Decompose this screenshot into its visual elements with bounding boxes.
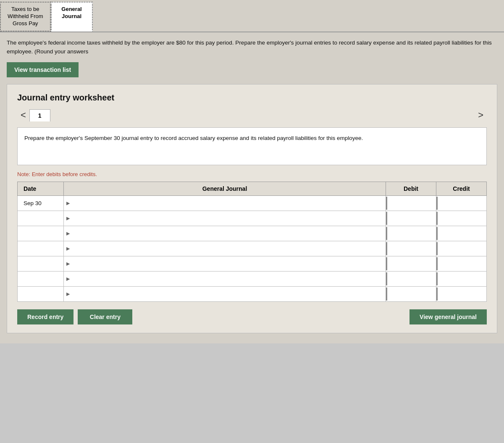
journal-cell-2[interactable]: ▶ (64, 226, 386, 241)
journal-input-1[interactable] (72, 211, 386, 226)
next-tab-button[interactable]: > (475, 111, 487, 120)
credit-input-0[interactable] (436, 196, 486, 211)
credit-cell-2[interactable] (436, 226, 487, 241)
row-arrow-4: ▶ (64, 261, 72, 266)
tab-taxes[interactable]: Taxes to be Withheld From Gross Pay (0, 2, 51, 32)
worksheet-panel: Journal entry worksheet < 1 > Prepare th… (7, 84, 497, 333)
debit-cell-1[interactable] (386, 211, 436, 226)
row-arrow-3: ▶ (64, 246, 72, 251)
worksheet-tab-nav: < 1 > (17, 109, 487, 121)
col-header-date: Date (18, 182, 64, 195)
row-arrow-1: ▶ (64, 216, 72, 221)
table-row: ▶ (18, 271, 487, 286)
credit-input-1[interactable] (436, 211, 486, 226)
table-row: ▶ (18, 256, 487, 271)
debit-cell-0[interactable] (386, 195, 436, 211)
date-cell-5 (18, 271, 64, 286)
journal-input-3[interactable] (72, 241, 386, 256)
tab-general-journal[interactable]: General Journal (51, 2, 93, 32)
row-arrow-2: ▶ (64, 231, 72, 236)
view-general-journal-button[interactable]: View general journal (410, 309, 487, 324)
debit-input-2[interactable] (386, 226, 436, 241)
credit-cell-4[interactable] (436, 256, 487, 271)
debit-cell-4[interactable] (386, 256, 436, 271)
credit-cell-1[interactable] (436, 211, 487, 226)
credit-cell-3[interactable] (436, 241, 487, 256)
journal-input-2[interactable] (72, 226, 386, 241)
journal-input-0[interactable] (72, 196, 386, 211)
date-cell-2 (18, 226, 64, 241)
debit-input-4[interactable] (386, 256, 436, 271)
date-cell-6 (18, 286, 64, 301)
date-cell-1 (18, 211, 64, 226)
row-arrow-5: ▶ (64, 276, 72, 282)
credit-input-2[interactable] (436, 226, 486, 241)
journal-table: Date General Journal Debit Credit Sep 30… (17, 182, 487, 302)
row-arrow-6: ▶ (64, 291, 72, 297)
top-tabs-bar: Taxes to be Withheld From Gross Pay Gene… (0, 0, 504, 32)
debit-input-3[interactable] (386, 241, 436, 256)
journal-cell-0[interactable]: ▶ (64, 195, 386, 211)
table-row: Sep 30▶ (18, 195, 487, 211)
debit-cell-3[interactable] (386, 241, 436, 256)
credit-cell-5[interactable] (436, 271, 487, 286)
record-entry-button[interactable]: Record entry (17, 309, 74, 324)
table-row: ▶ (18, 226, 487, 241)
debit-input-5[interactable] (386, 272, 436, 286)
table-header-row: Date General Journal Debit Credit (18, 182, 487, 195)
table-row: ▶ (18, 286, 487, 301)
journal-cell-3[interactable]: ▶ (64, 241, 386, 256)
worksheet-title: Journal entry worksheet (17, 93, 487, 103)
credit-input-6[interactable] (436, 287, 486, 301)
date-cell-3 (18, 241, 64, 256)
journal-cell-5[interactable]: ▶ (64, 271, 386, 286)
credit-cell-0[interactable] (436, 195, 487, 211)
debit-cell-5[interactable] (386, 271, 436, 286)
debit-cell-2[interactable] (386, 226, 436, 241)
date-cell-4 (18, 256, 64, 271)
journal-input-4[interactable] (72, 256, 386, 271)
note-text: Note: Enter debits before credits. (17, 171, 487, 177)
table-row: ▶ (18, 211, 487, 226)
intro-text: The employee's federal income taxes with… (7, 38, 497, 56)
col-header-credit: Credit (436, 182, 487, 195)
credit-input-3[interactable] (436, 241, 486, 256)
main-content: The employee's federal income taxes with… (0, 32, 504, 343)
journal-cell-1[interactable]: ▶ (64, 211, 386, 226)
credit-input-5[interactable] (436, 272, 486, 286)
credit-input-4[interactable] (436, 256, 486, 271)
clear-entry-button[interactable]: Clear entry (78, 309, 132, 324)
instruction-box: Prepare the employer's September 30 jour… (17, 127, 487, 165)
bottom-buttons: Record entry Clear entry View general jo… (17, 309, 487, 324)
worksheet-tab-1[interactable]: 1 (29, 109, 50, 121)
debit-input-6[interactable] (386, 287, 436, 301)
date-cell-0: Sep 30 (18, 195, 64, 211)
journal-input-6[interactable] (72, 287, 386, 301)
prev-tab-button[interactable]: < (17, 111, 29, 120)
row-arrow-0: ▶ (64, 200, 72, 206)
col-header-journal: General Journal (64, 182, 386, 195)
table-row: ▶ (18, 241, 487, 256)
journal-cell-6[interactable]: ▶ (64, 286, 386, 301)
col-header-debit: Debit (386, 182, 436, 195)
debit-input-0[interactable] (386, 196, 436, 211)
debit-input-1[interactable] (386, 211, 436, 226)
debit-cell-6[interactable] (386, 286, 436, 301)
journal-cell-4[interactable]: ▶ (64, 256, 386, 271)
view-transaction-button[interactable]: View transaction list (7, 62, 79, 77)
credit-cell-6[interactable] (436, 286, 487, 301)
journal-input-5[interactable] (72, 272, 386, 286)
